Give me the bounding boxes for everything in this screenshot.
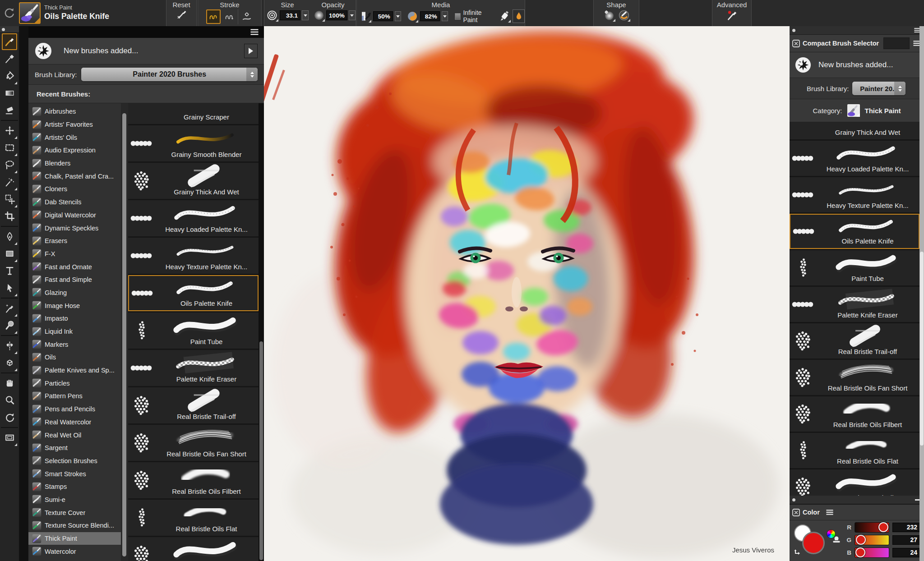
brush-category-item[interactable]: Audio Expression xyxy=(28,144,121,157)
bleed-icon[interactable] xyxy=(407,10,418,23)
size-dropdown-button[interactable] xyxy=(302,10,309,20)
category-thumbnail-icon[interactable] xyxy=(847,104,860,117)
color-slider-handle[interactable] xyxy=(878,522,888,532)
brush-category-item[interactable]: Pens and Pencils xyxy=(28,403,121,416)
color-channel-slider[interactable] xyxy=(855,535,889,545)
close-color-panel-icon[interactable] xyxy=(792,509,800,516)
brush-category-item[interactable]: Impasto xyxy=(28,312,121,325)
brush-category-item[interactable]: Markers xyxy=(28,338,121,351)
right-panel-scrollbar-handle[interactable] xyxy=(920,252,924,446)
freehand-stroke-button[interactable] xyxy=(206,9,221,24)
color-panel-group-titlebar[interactable] xyxy=(790,496,924,504)
brush-category-item[interactable]: Real Wet Oil xyxy=(28,428,121,441)
brush-variant-item[interactable]: Grainy Thick And Wet xyxy=(790,122,919,139)
brush-variant-item[interactable]: Heavy Texture Palette Kn... xyxy=(790,177,919,212)
brush-variant-item[interactable]: Grainy Smooth Blender xyxy=(128,125,259,161)
brush-category-item[interactable]: Texture Cover xyxy=(28,506,121,519)
brush-category-item[interactable]: Digital Watercolor xyxy=(28,209,121,222)
brush-category-item[interactable]: Real Watercolor xyxy=(28,416,121,429)
brush-variant-item[interactable]: Real Bristle Trail-off xyxy=(128,387,259,423)
layout-grid-tool[interactable] xyxy=(2,429,17,446)
reset-brush-button[interactable] xyxy=(175,9,188,22)
brush-category-item[interactable]: Fast and Ornate xyxy=(28,260,121,273)
gradient-tool[interactable] xyxy=(2,85,17,101)
color-options-icon[interactable] xyxy=(825,509,834,516)
category-row[interactable]: Category: Thick Paint xyxy=(790,99,924,122)
brush-category-item[interactable]: Artists' Favorites xyxy=(28,118,121,131)
brush-variant-item[interactable]: Smooth Round Oils xyxy=(790,469,919,496)
brush-category-item[interactable]: Dab Stencils xyxy=(28,196,121,209)
brush-variant-item[interactable]: Real Bristle Oils Flat xyxy=(128,500,259,536)
main-color-swatch[interactable] xyxy=(802,532,825,554)
brush-category-item[interactable]: Watercolor xyxy=(28,545,121,558)
brush-category-item[interactable]: Palette Knives and Sp... xyxy=(28,364,121,377)
brush-category-item[interactable]: Pattern Pens xyxy=(28,390,121,403)
layer-adjuster-tool[interactable] xyxy=(2,122,17,139)
right-panel-group-titlebar[interactable] xyxy=(790,26,924,35)
brush-list-scrollbar-handle[interactable] xyxy=(259,341,263,560)
brush-category-item[interactable]: Dynamic Speckles xyxy=(28,221,121,235)
brush-category-item[interactable]: Thick Paint xyxy=(28,532,121,545)
watercolor-drop-icon[interactable] xyxy=(513,9,525,23)
new-brushes-banner[interactable]: New brushes added... xyxy=(28,38,264,64)
dropper-tool[interactable] xyxy=(2,51,17,67)
brush-variant-item[interactable]: Smooth Round Oils xyxy=(128,537,259,561)
lasso-tool[interactable] xyxy=(2,156,17,173)
mirror-painting-tool[interactable] xyxy=(2,337,17,354)
transform-tool[interactable] xyxy=(2,191,17,207)
cloner-tool[interactable] xyxy=(2,300,17,317)
right-panel-scrollbar[interactable] xyxy=(919,26,924,561)
brush-variant-item[interactable]: Oils Palette Knife xyxy=(790,214,919,249)
toolbox-titlebar[interactable] xyxy=(0,26,19,33)
dab-stencil-tool[interactable] xyxy=(2,317,17,334)
brush-variant-item[interactable]: Real Bristle Oils Filbert xyxy=(790,396,919,432)
bleed-value[interactable]: 82% xyxy=(420,11,440,21)
brush-library-dropdown[interactable]: Painter 20... xyxy=(852,82,906,95)
perspective-guides-tool[interactable] xyxy=(2,354,17,371)
brush-variant-item[interactable]: Heavy Loaded Palette Kn... xyxy=(790,141,919,176)
brush-variant-item[interactable]: Paint Tube xyxy=(790,250,919,285)
color-channel-value[interactable]: 27 xyxy=(892,535,920,545)
rectangular-shape-tool[interactable] xyxy=(2,245,17,262)
brush-category-item[interactable]: Smart Strokes xyxy=(28,467,121,480)
brush-variant-item[interactable]: Real Bristle Trail-off xyxy=(790,323,919,359)
size-icon[interactable] xyxy=(266,9,278,22)
eraser-tool[interactable] xyxy=(2,102,17,119)
current-brush-thumbnail[interactable] xyxy=(19,2,41,24)
crop-tool[interactable] xyxy=(2,208,17,225)
brush-category-item[interactable]: Chalk, Pastel and Cra... xyxy=(28,170,121,183)
brush-category-item[interactable]: Sargent xyxy=(28,441,121,455)
brush-variant-item[interactable]: Grainy Scraper xyxy=(128,103,259,124)
dab-shape-icon[interactable] xyxy=(603,9,615,22)
brush-variant-item[interactable]: Grainy Thick And Wet xyxy=(128,163,259,199)
pen-tool[interactable] xyxy=(2,228,17,245)
brush-variant-item[interactable]: Palette Knife Eraser xyxy=(128,350,259,386)
brush-variant-item[interactable]: Palette Knife Eraser xyxy=(790,287,919,322)
color-channel-value[interactable]: 232 xyxy=(892,523,920,532)
magic-wand-tool[interactable] xyxy=(2,174,17,190)
advanced-brush-settings-icon[interactable] xyxy=(725,9,738,22)
color-channel-slider[interactable] xyxy=(855,522,889,533)
opacity-dropdown-button[interactable] xyxy=(349,10,356,20)
brush-category-item[interactable]: Selection Brushes xyxy=(28,455,121,468)
opacity-icon[interactable] xyxy=(313,9,325,22)
brush-category-item[interactable]: Artists' Oils xyxy=(28,131,121,144)
category-scrollbar[interactable] xyxy=(121,103,128,561)
brush-variant-item[interactable]: Heavy Texture Palette Kn... xyxy=(128,238,259,274)
brush-variant-item[interactable]: Real Bristle Oils Fan Short xyxy=(128,425,259,461)
brush-list-scrollbar[interactable] xyxy=(259,103,264,561)
rotate-page-tool[interactable] xyxy=(2,409,17,426)
text-tool[interactable] xyxy=(2,262,17,279)
close-panel-icon[interactable] xyxy=(792,40,800,47)
brush-variant-item[interactable]: Paint Tube xyxy=(128,313,259,349)
brush-variant-item[interactable]: Oils Palette Knife xyxy=(128,275,259,311)
size-value[interactable]: 33.1 xyxy=(280,10,300,20)
paint-tube-icon[interactable] xyxy=(499,10,511,23)
brush-selector-titlebar[interactable] xyxy=(28,26,264,38)
resaturation-icon[interactable] xyxy=(360,10,371,23)
magnifier-tool[interactable] xyxy=(2,392,17,409)
brush-variant-item[interactable]: Heavy Loaded Palette Kn... xyxy=(128,200,259,236)
resaturation-dropdown-button[interactable] xyxy=(395,11,401,21)
brush-category-item[interactable]: Airbrushes xyxy=(28,105,121,118)
resaturation-value[interactable]: 50% xyxy=(373,11,393,21)
